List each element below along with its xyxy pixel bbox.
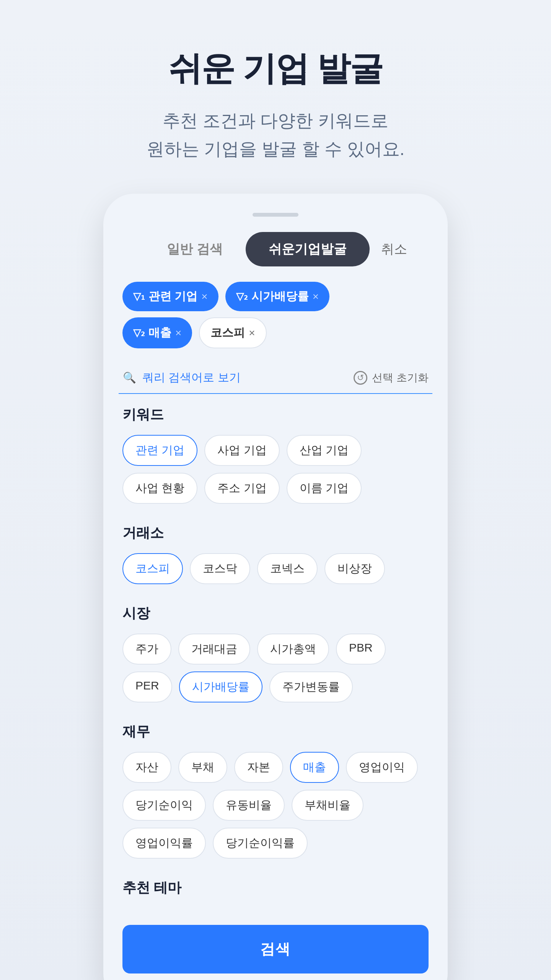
- chip-assets[interactable]: 자산: [122, 752, 171, 783]
- section-title-theme: 추천 테마: [122, 879, 429, 897]
- query-left[interactable]: 🔍 쿼리 검색어로 보기: [122, 370, 241, 385]
- refresh-icon: ↺: [354, 371, 367, 385]
- section-title-exchange: 거래소: [122, 524, 429, 542]
- chip-kospi[interactable]: 코스피: [122, 553, 183, 584]
- subtitle-line1: 추천 조건과 다양한 키워드로: [163, 111, 388, 131]
- section-title-financial: 재무: [122, 722, 429, 741]
- chip-dividend-yield[interactable]: 시가배당률: [179, 671, 262, 702]
- filter-label-sales: 매출: [148, 325, 171, 341]
- filter-tag-sales[interactable]: ▽₂ 매출 ×: [122, 317, 192, 348]
- chip-market-cap[interactable]: 시가총액: [257, 634, 329, 665]
- filter-tag-kospi[interactable]: 코스피 ×: [199, 317, 266, 348]
- chip-row-market: 주가 거래대금 시가총액 PBR PER 시가배당률 주가변동률: [122, 634, 429, 702]
- section-exchange: 거래소 코스피 코스닥 코넥스 비상장: [122, 524, 429, 584]
- chip-per[interactable]: PER: [122, 671, 172, 702]
- chip-row-keyword: 관련 기업 사업 기업 산업 기업 사업 현황 주소 기업 이름 기업: [122, 435, 429, 504]
- filter-close-sales[interactable]: ×: [175, 327, 181, 339]
- header-section: 쉬운 기업 발굴 추천 조건과 다양한 키워드로 원하는 기업을 발굴 할 수 …: [147, 0, 405, 194]
- filter-close-related[interactable]: ×: [201, 291, 207, 303]
- chip-operating-profit[interactable]: 영업이익: [346, 752, 418, 783]
- query-label: 쿼리 검색어로 보기: [142, 370, 241, 385]
- filter-icon-2: ▽₂: [236, 291, 248, 302]
- chip-pbr[interactable]: PBR: [336, 634, 386, 665]
- tab-cancel-button[interactable]: 취소: [381, 240, 407, 258]
- tab-easy-discover[interactable]: 쉬운기업발굴: [246, 232, 370, 266]
- filter-label-kospi: 코스피: [210, 325, 245, 341]
- chip-kosdaq[interactable]: 코스닥: [190, 553, 250, 584]
- page-wrapper: 쉬운 기업 발굴 추천 조건과 다양한 키워드로 원하는 기업을 발굴 할 수 …: [0, 0, 551, 980]
- subtitle-line2: 원하는 기업을 발굴 할 수 있어요.: [147, 139, 405, 159]
- chip-net-margin[interactable]: 당기순이익률: [213, 828, 308, 859]
- section-financial: 재무 자산 부채 자본 매출 영업이익 당기순이익 유동비율 부채비율 영업이익…: [122, 722, 429, 859]
- chip-current-ratio[interactable]: 유동비율: [213, 790, 285, 821]
- chip-equity[interactable]: 자본: [234, 752, 283, 783]
- filter-row-1: ▽₁ 관련 기업 × ▽₂ 시가배당률 ×: [122, 282, 429, 311]
- chip-stock-price[interactable]: 주가: [122, 634, 171, 665]
- chip-address-company[interactable]: 주소 기업: [204, 473, 279, 504]
- search-btn-wrapper: 검색: [119, 917, 432, 973]
- reset-label: 선택 초기화: [372, 371, 429, 385]
- filter-icon-3: ▽₂: [133, 327, 145, 339]
- filter-tag-dividend[interactable]: ▽₂ 시가배당률 ×: [225, 282, 329, 311]
- chip-net-income[interactable]: 당기순이익: [122, 790, 206, 821]
- chip-liabilities[interactable]: 부채: [178, 752, 227, 783]
- search-icon: 🔍: [122, 371, 136, 385]
- chip-price-change-rate[interactable]: 주가변동률: [269, 671, 353, 702]
- section-title-keyword: 키워드: [122, 405, 429, 424]
- header-subtitle: 추천 조건과 다양한 키워드로 원하는 기업을 발굴 할 수 있어요.: [147, 107, 405, 163]
- filter-icon-1: ▽₁: [133, 291, 145, 302]
- chip-debt-ratio[interactable]: 부채비율: [292, 790, 364, 821]
- search-button[interactable]: 검색: [122, 925, 429, 973]
- chip-operating-margin[interactable]: 영업이익률: [122, 828, 206, 859]
- chip-revenue[interactable]: 매출: [290, 752, 339, 783]
- chip-name-company[interactable]: 이름 기업: [287, 473, 362, 504]
- filter-area: ▽₁ 관련 기업 × ▽₂ 시가배당률 × ▽₂ 매출 × 코스피: [119, 282, 432, 362]
- phone-notch: [253, 213, 298, 217]
- query-right[interactable]: ↺ 선택 초기화: [354, 371, 429, 385]
- tab-general[interactable]: 일반 검색: [144, 232, 245, 266]
- tab-bar: 일반 검색 쉬운기업발굴 취소: [119, 232, 432, 266]
- content-area: 키워드 관련 기업 사업 기업 산업 기업 사업 현황 주소 기업 이름 기업 …: [119, 405, 432, 897]
- query-row: 🔍 쿼리 검색어로 보기 ↺ 선택 초기화: [119, 362, 432, 394]
- filter-close-kospi[interactable]: ×: [249, 327, 255, 339]
- chip-industry-company[interactable]: 산업 기업: [287, 435, 362, 466]
- chip-unlisted[interactable]: 비상장: [324, 553, 385, 584]
- filter-close-dividend[interactable]: ×: [313, 291, 319, 303]
- chip-row-financial: 자산 부채 자본 매출 영업이익 당기순이익 유동비율 부채비율 영업이익률 당…: [122, 752, 429, 859]
- section-theme: 추천 테마: [122, 879, 429, 897]
- chip-business-status[interactable]: 사업 현황: [122, 473, 197, 504]
- filter-label-dividend: 시가배당률: [251, 289, 309, 304]
- filter-label-related: 관련 기업: [148, 289, 197, 304]
- chip-row-exchange: 코스피 코스닥 코넥스 비상장: [122, 553, 429, 584]
- chip-trading-volume[interactable]: 거래대금: [178, 634, 250, 665]
- section-keyword: 키워드 관련 기업 사업 기업 산업 기업 사업 현황 주소 기업 이름 기업: [122, 405, 429, 504]
- phone-mockup: 일반 검색 쉬운기업발굴 취소 ▽₁ 관련 기업 × ▽₂ 시가배당률 ×: [103, 194, 448, 980]
- chip-business-company[interactable]: 사업 기업: [204, 435, 279, 466]
- filter-tag-related[interactable]: ▽₁ 관련 기업 ×: [122, 282, 218, 311]
- chip-related-company[interactable]: 관련 기업: [122, 435, 197, 466]
- section-market: 시장 주가 거래대금 시가총액 PBR PER 시가배당률 주가변동률: [122, 604, 429, 702]
- filter-row-2: ▽₂ 매출 × 코스피 ×: [122, 317, 429, 348]
- chip-konex[interactable]: 코넥스: [257, 553, 318, 584]
- page-title: 쉬운 기업 발굴: [147, 46, 405, 91]
- section-title-market: 시장: [122, 604, 429, 623]
